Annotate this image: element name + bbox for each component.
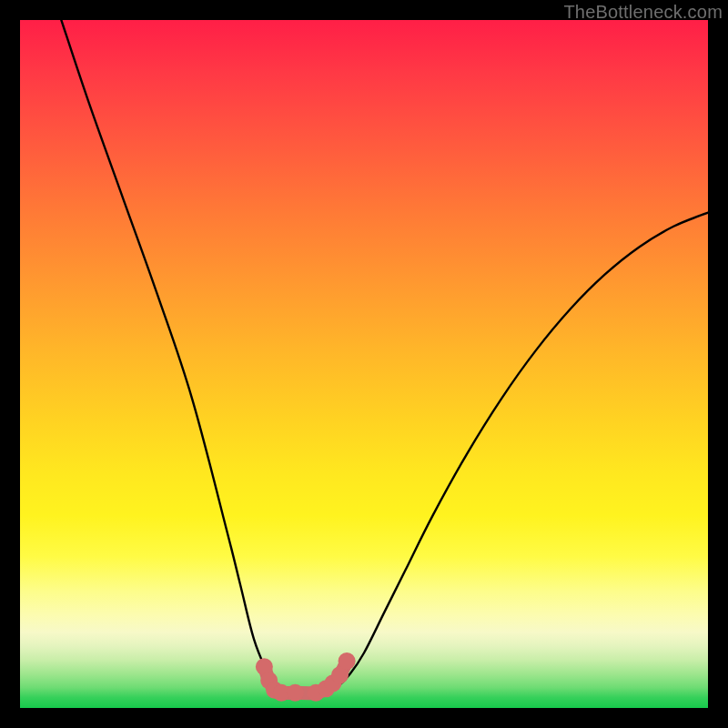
watermark-text: TheBottleneck.com xyxy=(563,2,723,23)
chart-frame: TheBottleneck.com xyxy=(0,0,728,728)
curve-svg xyxy=(20,20,708,708)
bottleneck-curve xyxy=(61,20,708,694)
plot-area xyxy=(20,20,708,708)
marker-dot xyxy=(339,652,356,670)
marker-dot xyxy=(287,684,304,702)
